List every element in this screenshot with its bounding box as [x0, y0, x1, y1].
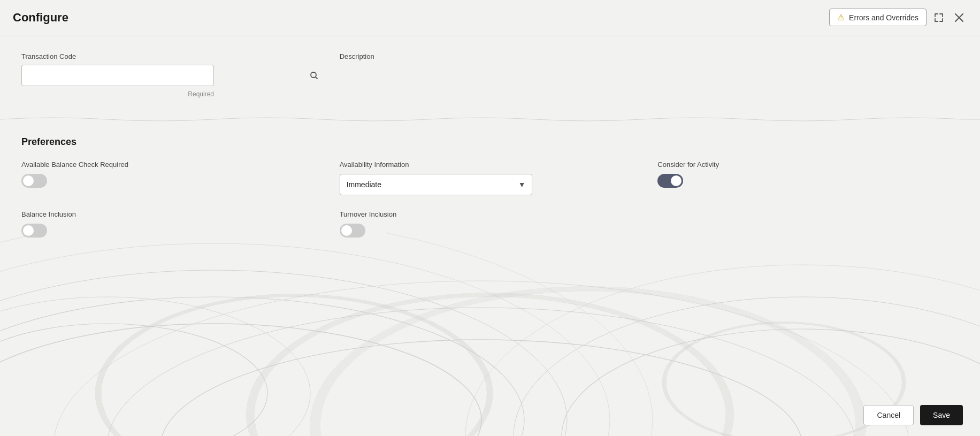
svg-point-5	[0, 233, 653, 436]
modal-header: Configure ⚠ Errors and Overrides	[0, 0, 980, 35]
transaction-code-group: Transaction Code Required	[21, 52, 323, 98]
description-group: Description	[340, 52, 641, 98]
svg-point-13	[0, 297, 310, 436]
turnover-inclusion-toggle-wrapper	[340, 224, 641, 238]
availability-select-wrapper: Immediate Next Day Two Day Three Day ▼	[340, 174, 532, 195]
svg-point-1	[0, 324, 481, 436]
svg-point-8	[53, 281, 909, 436]
preferences-grid: Available Balance Check Required Availab…	[21, 160, 959, 238]
consider-activity-toggle[interactable]	[657, 174, 683, 188]
svg-point-2	[0, 297, 524, 436]
save-button[interactable]: Save	[920, 405, 963, 425]
consider-activity-group: Consider for Activity	[657, 160, 959, 195]
preferences-title: Preferences	[21, 136, 959, 148]
transaction-code-label: Transaction Code	[21, 52, 323, 60]
turnover-inclusion-group: Turnover Inclusion	[340, 210, 641, 238]
errors-overrides-button[interactable]: ⚠ Errors and Overrides	[829, 9, 927, 26]
svg-point-7	[107, 308, 856, 436]
balance-inclusion-toggle[interactable]	[21, 224, 47, 238]
required-hint: Required	[21, 90, 214, 98]
balance-inclusion-slider	[21, 224, 47, 238]
svg-point-12	[0, 324, 267, 436]
availability-information-label: Availability Information	[340, 160, 641, 169]
consider-activity-toggle-wrapper	[657, 174, 959, 188]
available-balance-label: Available Balance Check Required	[21, 160, 323, 169]
close-button[interactable]	[951, 10, 967, 26]
turnover-inclusion-label: Turnover Inclusion	[340, 210, 641, 218]
availability-information-group: Availability Information Immediate Next …	[340, 160, 641, 195]
balance-inclusion-group: Balance Inclusion	[21, 210, 323, 238]
balance-inclusion-label: Balance Inclusion	[21, 210, 323, 218]
svg-point-6	[160, 340, 802, 436]
available-balance-toggle-wrapper	[21, 174, 323, 188]
errors-button-label: Errors and Overrides	[849, 13, 918, 22]
modal-body: Transaction Code Required Description	[0, 35, 980, 255]
svg-point-3	[0, 270, 567, 436]
availability-select[interactable]: Immediate Next Day Two Day Three Day	[340, 174, 532, 195]
svg-point-4	[0, 243, 610, 436]
search-button[interactable]	[310, 71, 318, 80]
transaction-code-input-wrapper	[21, 65, 323, 86]
contour-background	[0, 233, 980, 436]
warning-icon: ⚠	[837, 12, 845, 22]
consider-activity-slider	[657, 174, 683, 188]
header-actions: ⚠ Errors and Overrides	[829, 9, 967, 26]
modal-container: Configure ⚠ Errors and Overrides Trans	[0, 0, 980, 436]
description-label: Description	[340, 52, 641, 60]
available-balance-toggle[interactable]	[21, 174, 47, 188]
turnover-inclusion-toggle[interactable]	[340, 224, 365, 238]
modal-footer: Cancel Save	[846, 394, 980, 436]
turnover-inclusion-slider	[340, 224, 365, 238]
transaction-code-input[interactable]	[21, 65, 214, 86]
balance-inclusion-toggle-wrapper	[21, 224, 323, 238]
top-form-row: Transaction Code Required Description	[21, 52, 959, 98]
available-balance-group: Available Balance Check Required	[21, 160, 323, 195]
preferences-section: Preferences Available Balance Check Requ…	[21, 136, 959, 238]
available-balance-slider	[21, 174, 47, 188]
expand-button[interactable]	[931, 10, 947, 26]
modal-title: Configure	[13, 11, 68, 25]
consider-activity-label: Consider for Activity	[657, 160, 959, 169]
cancel-button[interactable]: Cancel	[863, 405, 914, 425]
